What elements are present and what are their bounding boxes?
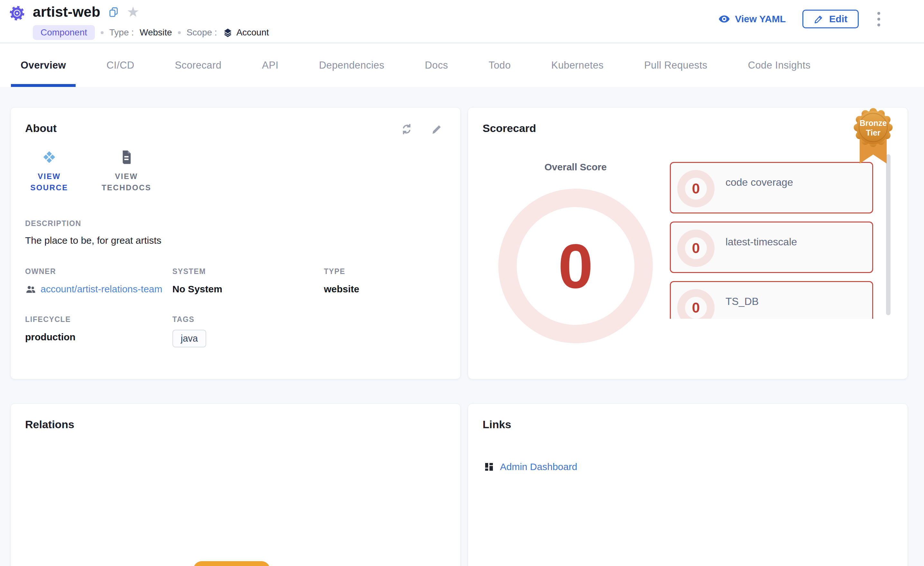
- link-item-admin-dashboard[interactable]: Admin Dashboard: [484, 461, 893, 472]
- relations-card: Relations: [10, 403, 461, 566]
- scorecard-checks-list: 0 code coverage 0 latest-timescale 0 TS_…: [670, 162, 873, 319]
- scope-label: Scope :: [187, 27, 217, 38]
- about-card: About: [10, 107, 461, 379]
- tab-ci-cd[interactable]: CI/CD: [97, 44, 144, 87]
- check-score-value: 0: [692, 181, 700, 197]
- separator-dot: [101, 31, 104, 34]
- refresh-icon[interactable]: [400, 123, 413, 135]
- pencil-icon: [814, 14, 824, 24]
- view-yaml-label: View YAML: [735, 14, 786, 24]
- edit-about-pencil-icon[interactable]: [430, 123, 443, 135]
- check-card-ts-db[interactable]: 0 TS_DB: [670, 281, 873, 319]
- entity-meta-row: Component Type : Website Scope : Account: [33, 25, 269, 40]
- scorecard-card: Scorecard Overall Score 0 0 code coverag…: [468, 107, 908, 379]
- check-score-ring: 0: [677, 170, 714, 207]
- overall-score-donut: 0: [498, 189, 653, 343]
- type-value: Website: [140, 27, 172, 38]
- bronze-tier-badge: Bronze Tier: [848, 108, 899, 177]
- link-label: Admin Dashboard: [500, 461, 577, 472]
- scorecard-card-title: Scorecard: [483, 122, 893, 135]
- layers-icon: [223, 28, 232, 38]
- overall-score-value: 0: [558, 230, 593, 302]
- type-label: Type :: [110, 27, 134, 38]
- check-score-value: 0: [692, 240, 700, 256]
- links-card-title: Links: [483, 418, 893, 431]
- favorite-star-icon[interactable]: [127, 5, 139, 19]
- tab-dependencies[interactable]: Dependencies: [309, 44, 394, 87]
- group-icon: [25, 284, 36, 295]
- tab-overview[interactable]: Overview: [11, 44, 76, 87]
- svg-text:Tier: Tier: [866, 128, 880, 137]
- overall-score-label: Overall Score: [544, 162, 606, 173]
- copy-icon[interactable]: [108, 6, 119, 17]
- description-value: The place to be, for great artists: [25, 235, 446, 246]
- eye-icon: [718, 13, 730, 25]
- overview-content: About: [0, 87, 924, 566]
- system-label: SYSTEM: [172, 267, 324, 276]
- entity-tabbar: Overview CI/CD Scorecard API Dependencie…: [0, 44, 924, 87]
- type-field-label: TYPE: [324, 267, 446, 276]
- source-icon: [42, 150, 57, 164]
- tab-kubernetes[interactable]: Kubernetes: [542, 44, 614, 87]
- more-options-kebab-icon[interactable]: [875, 10, 882, 28]
- owner-link[interactable]: account/artist-relations-team: [40, 282, 172, 296]
- title-row: artist-web: [33, 4, 139, 20]
- system-value: No System: [172, 284, 324, 295]
- view-source-button[interactable]: VIEW SOURCE: [25, 150, 74, 194]
- check-card-code-coverage[interactable]: 0 code coverage: [670, 162, 873, 214]
- check-name: latest-timescale: [726, 236, 797, 268]
- tag-chip-java[interactable]: java: [172, 330, 206, 348]
- check-name: code coverage: [726, 176, 793, 209]
- edit-button-label: Edit: [829, 14, 848, 24]
- tier-badge-line2: Tier: [866, 128, 880, 137]
- view-techdocs-label: VIEW TECHDOCS: [96, 171, 157, 194]
- svg-text:Bronze: Bronze: [860, 119, 887, 128]
- component-gear-icon: [9, 5, 25, 21]
- scope-value-group: Account: [223, 27, 269, 38]
- view-source-label: VIEW SOURCE: [25, 171, 74, 194]
- view-yaml-link[interactable]: View YAML: [718, 13, 786, 25]
- relations-action-button[interactable]: [194, 561, 270, 566]
- tab-code-insights[interactable]: Code Insights: [738, 44, 820, 87]
- tab-api[interactable]: API: [252, 44, 288, 87]
- about-card-title: About: [25, 122, 57, 135]
- check-card-latest-timescale[interactable]: 0 latest-timescale: [670, 221, 873, 273]
- dashboard-icon: [484, 462, 494, 472]
- lifecycle-value: production: [25, 332, 172, 343]
- view-techdocs-button[interactable]: VIEW TECHDOCS: [96, 150, 157, 194]
- tab-docs[interactable]: Docs: [416, 44, 458, 87]
- type-field: TYPE website: [324, 267, 446, 296]
- edit-button[interactable]: Edit: [802, 10, 859, 28]
- check-score-value: 0: [692, 300, 700, 316]
- document-icon: [120, 150, 133, 164]
- check-score-ring: 0: [677, 230, 714, 267]
- check-name: TS_DB: [726, 295, 759, 319]
- component-page: artist-web Component Type : Website Scop…: [0, 0, 924, 566]
- links-card: Links Admin Dashboard: [468, 403, 908, 566]
- description-label: DESCRIPTION: [25, 219, 446, 228]
- kind-badge: Component: [33, 25, 95, 40]
- tags-field: TAGS java: [172, 315, 324, 348]
- page-title: artist-web: [33, 4, 100, 20]
- owner-field: OWNER account/artist-relations-team: [25, 267, 172, 296]
- tier-badge-line1: Bronze: [860, 119, 887, 128]
- page-header: artist-web Component Type : Website Scop…: [0, 0, 924, 43]
- scope-value: Account: [237, 27, 269, 38]
- owner-label: OWNER: [25, 267, 172, 276]
- tags-label: TAGS: [172, 315, 324, 324]
- relations-card-title: Relations: [25, 418, 446, 431]
- header-actions: View YAML Edit: [718, 10, 882, 28]
- system-field: SYSTEM No System: [172, 267, 324, 296]
- tab-scorecard[interactable]: Scorecard: [165, 44, 231, 87]
- check-score-ring: 0: [677, 289, 714, 319]
- lifecycle-label: LIFECYCLE: [25, 315, 172, 324]
- tab-todo[interactable]: Todo: [479, 44, 520, 87]
- lifecycle-field: LIFECYCLE production: [25, 315, 172, 348]
- separator-dot: [178, 31, 181, 34]
- checks-scrollbar-thumb[interactable]: [886, 154, 891, 315]
- type-field-value: website: [324, 284, 446, 295]
- tab-pull-requests[interactable]: Pull Requests: [634, 44, 717, 87]
